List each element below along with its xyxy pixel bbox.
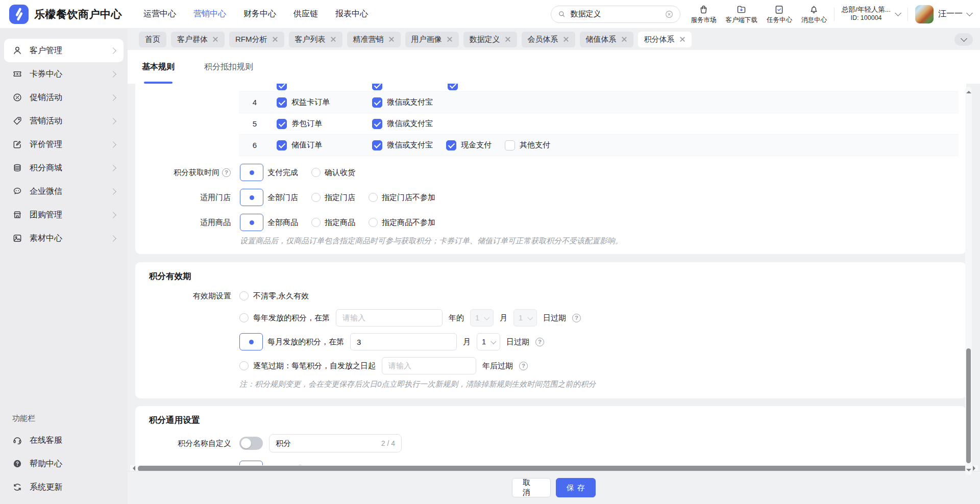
nav-operation-center[interactable]: 运营中心 <box>143 9 176 19</box>
radio-option[interactable]: 不清零,永久有效 <box>239 291 309 301</box>
close-tab-icon[interactable] <box>272 36 278 42</box>
tabs-dropdown-button[interactable] <box>954 33 973 46</box>
radio-option[interactable]: 每年发放的积分，在第 <box>239 313 330 323</box>
radio-selected[interactable] <box>240 189 263 206</box>
radio[interactable] <box>239 291 249 300</box>
radio-option[interactable]: 指定门店 <box>311 193 355 203</box>
clear-search-icon[interactable] <box>665 10 674 19</box>
checkbox[interactable] <box>277 140 287 150</box>
tab-chip-rfm[interactable]: RFM分析 <box>229 32 284 47</box>
sidebar-item-material-center[interactable]: 素材中心 <box>4 226 124 250</box>
checkbox[interactable] <box>372 119 382 129</box>
radio[interactable] <box>311 218 321 227</box>
radio-option[interactable]: 每月发放的积分，在第 <box>239 333 344 350</box>
checkbox[interactable] <box>372 97 382 108</box>
close-tab-icon[interactable] <box>505 36 511 42</box>
subtab-points-deduction-rules[interactable]: 积分抵扣规则 <box>204 50 253 84</box>
radio[interactable] <box>311 168 321 177</box>
tab-chip-customer-list[interactable]: 客户列表 <box>289 32 342 47</box>
sidebar-item-coupon-center[interactable]: 卡券中心 <box>4 62 124 86</box>
user-menu[interactable]: 汪一一 <box>915 5 972 23</box>
sidebar-item-customer-management[interactable]: 客户管理 <box>4 39 124 62</box>
radio-option[interactable]: 全部门店 <box>240 189 298 206</box>
sidebar-item-review-management[interactable]: 评价管理 <box>4 133 124 156</box>
nav-supply-chain[interactable]: 供应链 <box>293 9 318 19</box>
tab-chip-points-system[interactable]: 积分体系 <box>638 32 692 47</box>
close-tab-icon[interactable] <box>212 36 218 42</box>
nav-marketing-center[interactable]: 营销中心 <box>193 9 226 19</box>
close-tab-icon[interactable] <box>388 36 395 42</box>
radio-option[interactable]: 支付完成 <box>240 164 298 181</box>
month-count-input[interactable]: 3 <box>350 333 457 350</box>
checkbox[interactable] <box>277 84 287 90</box>
radio-option[interactable]: 逐笔过期：每笔积分，自发放之日起 <box>239 361 376 371</box>
message-center-button[interactable]: 消息中心 <box>801 4 827 24</box>
sidebar-item-promotion[interactable]: 促销活动 <box>4 86 124 109</box>
close-tab-icon[interactable] <box>447 36 453 42</box>
radio[interactable] <box>369 193 378 202</box>
close-tab-icon[interactable] <box>563 36 569 42</box>
radio-option[interactable]: 指定门店不参加 <box>369 193 435 203</box>
vertical-scrollbar-thumb[interactable] <box>966 348 971 463</box>
radio[interactable] <box>239 313 249 322</box>
points-name-toggle-off[interactable] <box>239 437 263 450</box>
close-tab-icon[interactable] <box>621 36 627 42</box>
org-selector[interactable]: 总部/年轻人第... ID: 100004 <box>842 6 900 22</box>
tab-chip-user-portrait[interactable]: 用户画像 <box>405 32 459 47</box>
nav-finance-center[interactable]: 财务中心 <box>243 9 276 19</box>
years-until-expire-input[interactable]: 请输入 <box>382 357 476 374</box>
checkbox[interactable] <box>448 84 458 90</box>
radio[interactable] <box>239 361 249 370</box>
checkbox[interactable] <box>505 140 515 150</box>
points-name-input[interactable]: 积分 2 / 4 <box>269 434 402 452</box>
checkbox[interactable] <box>277 119 287 129</box>
help-icon[interactable] <box>535 338 544 346</box>
help-icon[interactable] <box>519 362 528 370</box>
checkbox[interactable] <box>446 140 456 150</box>
scroll-up-icon[interactable] <box>966 88 971 93</box>
service-market-button[interactable]: 服务市场 <box>691 4 716 24</box>
tab-chip-precision-marketing[interactable]: 精准营销 <box>347 32 401 47</box>
tab-chip-data-definition[interactable]: 数据定义 <box>463 32 517 47</box>
checkbox[interactable] <box>277 97 287 108</box>
radio-option[interactable]: 不限 <box>239 461 282 465</box>
radio-selected[interactable] <box>239 461 263 465</box>
radio-selected[interactable] <box>239 333 263 350</box>
radio-selected[interactable] <box>240 214 263 231</box>
sidebar-item-system-update[interactable]: 系统更新 <box>4 475 124 499</box>
task-center-button[interactable]: 任务中心 <box>767 4 792 24</box>
sidebar-item-points-mall[interactable]: 积分商城 <box>4 156 124 180</box>
radio-selected[interactable] <box>240 164 263 181</box>
subtab-basic-rules[interactable]: 基本规则 <box>142 50 175 84</box>
checkbox[interactable] <box>372 140 382 150</box>
checkbox[interactable] <box>372 84 382 90</box>
radio-option[interactable]: 指定商品 <box>311 218 355 228</box>
radio[interactable] <box>311 193 321 202</box>
day-select[interactable]: 1 <box>477 333 500 350</box>
close-tab-icon[interactable] <box>679 36 685 42</box>
sidebar-item-group-buy[interactable]: 团购管理 <box>4 203 124 226</box>
cancel-button[interactable]: 取消 <box>512 478 551 497</box>
month-select-disabled[interactable]: 1 <box>470 309 494 326</box>
close-tab-icon[interactable] <box>330 36 336 42</box>
tab-chip-customer-groups[interactable]: 客户群体 <box>171 32 225 47</box>
radio-option[interactable]: 指定商品不参加 <box>369 218 435 228</box>
sidebar-item-marketing[interactable]: 营销活动 <box>4 109 124 133</box>
radio-option[interactable]: 确认收货 <box>311 168 355 178</box>
help-icon[interactable] <box>572 314 581 322</box>
sidebar-item-online-support[interactable]: 在线客服 <box>4 429 124 452</box>
tab-chip-home[interactable]: 首页 <box>139 32 166 47</box>
nav-report-center[interactable]: 报表中心 <box>335 9 368 19</box>
client-download-button[interactable]: 客户端下载 <box>725 4 757 24</box>
radio[interactable] <box>369 218 378 227</box>
help-icon[interactable] <box>222 168 231 177</box>
global-search-input[interactable]: 数据定义 <box>551 6 680 23</box>
tab-chip-member-system[interactable]: 会员体系 <box>522 32 575 47</box>
tab-chip-stored-value[interactable]: 储值体系 <box>580 32 633 47</box>
save-button[interactable]: 保存 <box>556 478 596 497</box>
scroll-down-icon[interactable] <box>966 469 971 474</box>
scroll-left-icon[interactable] <box>130 466 135 471</box>
vertical-scrollbar[interactable] <box>965 87 972 475</box>
radio-option[interactable]: 全部商品 <box>240 214 298 231</box>
sidebar-item-help-center[interactable]: 帮助中心 <box>4 452 124 475</box>
